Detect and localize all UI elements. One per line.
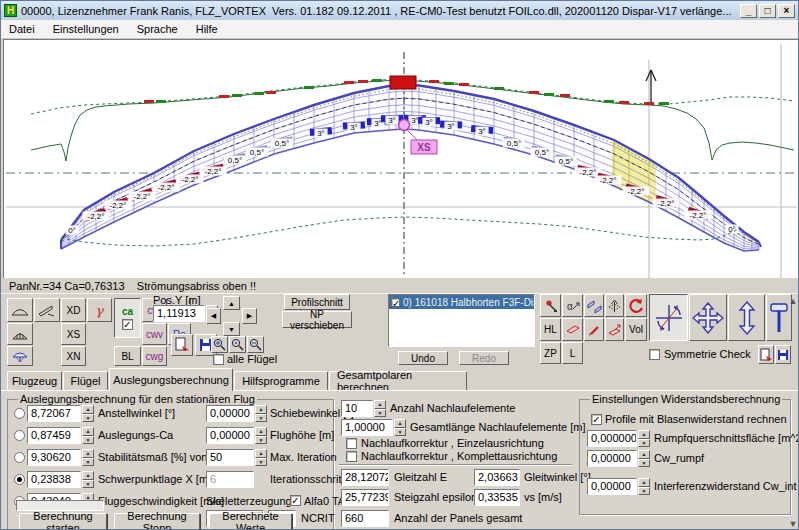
save-button-2[interactable] bbox=[775, 345, 791, 364]
menu-sprache[interactable]: Sprache bbox=[137, 23, 178, 35]
alle-fluegel-checkbox[interactable] bbox=[213, 354, 224, 365]
zoom-out-button[interactable] bbox=[247, 336, 264, 353]
auslegungs-ca-spinner[interactable]: ▲▼ bbox=[82, 427, 94, 444]
close-button[interactable]: × bbox=[778, 4, 795, 18]
model-list-item[interactable]: ✓ 0) 161018 Halbhorten F3F-Dispar 14-cA=… bbox=[389, 295, 534, 309]
tab-auslegungsberechnung[interactable]: Auslegungsberechnung bbox=[109, 368, 233, 391]
tab-fluegel[interactable]: Flügel bbox=[63, 371, 108, 390]
move-view-button[interactable] bbox=[689, 294, 727, 341]
symmetrie-check-checkbox[interactable] bbox=[649, 349, 660, 360]
svg-text:3°: 3° bbox=[447, 122, 455, 131]
xs-button[interactable]: XS bbox=[61, 323, 86, 345]
pan-up-button[interactable]: ▲ bbox=[223, 296, 240, 310]
gesamtlaenge-spinner[interactable]: ▲▼ bbox=[394, 419, 406, 436]
menu-datei[interactable]: Datei bbox=[9, 23, 35, 35]
stabilitaetsmass-input[interactable]: 9,30620 bbox=[27, 449, 81, 466]
blasenwiderstand-checkbox[interactable]: ✓ bbox=[591, 414, 602, 425]
nachlaufelemente-input[interactable]: 10 bbox=[341, 400, 373, 417]
undo-button[interactable]: Undo bbox=[398, 351, 448, 365]
anstellwinkel-spinner[interactable]: ▲▼ bbox=[82, 405, 94, 422]
rumpfquerschnitt-input[interactable]: 0,000000 bbox=[587, 430, 637, 447]
red-panel-button[interactable] bbox=[562, 318, 583, 341]
gesamtlaenge-input[interactable]: 1,00000 bbox=[341, 419, 393, 436]
maximize-button[interactable]: □ bbox=[759, 4, 776, 18]
export-image-button[interactable] bbox=[171, 334, 193, 356]
cw-int-spinner[interactable]: ▲▼ bbox=[638, 478, 650, 495]
tab-gesamtpolaren[interactable]: Gesamtpolaren berechnen bbox=[329, 371, 467, 390]
model-item-checkbox[interactable]: ✓ bbox=[391, 298, 400, 307]
bl-button[interactable]: BL bbox=[114, 346, 141, 366]
vertical-scale-button[interactable] bbox=[728, 294, 765, 341]
pin-button[interactable] bbox=[540, 294, 561, 317]
scroll-up-arrow[interactable]: ▲ bbox=[787, 296, 799, 306]
tab-hilfsprogramme[interactable]: Hilfsprogramme bbox=[234, 371, 328, 390]
red-arrow-button[interactable] bbox=[605, 318, 624, 341]
xn-button[interactable]: XN bbox=[61, 346, 86, 366]
vol-button[interactable]: Vol bbox=[625, 318, 647, 341]
parachute-view-button[interactable] bbox=[7, 346, 33, 366]
anstellwinkel-input[interactable]: 8,72067 bbox=[27, 405, 81, 422]
pan-right-button[interactable]: ▶ bbox=[242, 308, 257, 324]
schiebewinkel-input[interactable]: 0,00000 bbox=[206, 405, 254, 422]
alfa0-tat-checkbox[interactable]: ✓ bbox=[290, 495, 301, 506]
scroll-down-arrow[interactable]: ▼ bbox=[787, 519, 799, 529]
komplettausrichtung-checkbox[interactable] bbox=[346, 451, 357, 462]
menu-einstellungen[interactable]: Einstellungen bbox=[53, 23, 119, 35]
menu-hilfe[interactable]: Hilfe bbox=[196, 23, 218, 35]
cw-int-input[interactable]: 0,00000 bbox=[587, 478, 637, 495]
rumpfquerschnitt-spinner[interactable]: ▲▼ bbox=[638, 430, 650, 447]
radio-auslegungs-ca[interactable] bbox=[14, 430, 25, 441]
zoom-reset-button[interactable] bbox=[229, 336, 246, 353]
max-iteration-spinner[interactable]: ▲▼ bbox=[255, 449, 267, 466]
schwerpunktlage-spinner[interactable]: ▲▼ bbox=[82, 471, 94, 488]
wing-sideview-button[interactable] bbox=[34, 298, 60, 322]
flughoehe-spinner[interactable]: ▲▼ bbox=[255, 427, 267, 444]
radio-stabilitaetsmass[interactable] bbox=[14, 452, 25, 463]
cwv-button[interactable]: cwv bbox=[142, 323, 167, 345]
schwerpunktlage-input[interactable]: 0,23838 bbox=[27, 471, 81, 488]
zoom-in-button[interactable] bbox=[211, 336, 228, 353]
radio-schwerpunktlage[interactable] bbox=[14, 474, 25, 485]
max-iteration-input[interactable]: 50 bbox=[206, 449, 254, 466]
tab-flugzeug[interactable]: Flugzeug bbox=[7, 371, 62, 390]
rotate-view-button[interactable] bbox=[649, 294, 688, 341]
pos-y-input[interactable]: 1,11913 bbox=[153, 305, 205, 322]
ca-checkbox[interactable]: ✓ bbox=[122, 319, 133, 330]
alpha-button[interactable]: α bbox=[562, 294, 583, 317]
cw-rumpf-input[interactable]: 0,00000 bbox=[587, 450, 637, 467]
pan-down-button[interactable]: ▼ bbox=[223, 322, 240, 336]
cwg-button[interactable]: cwg bbox=[142, 346, 167, 366]
einzelausrichtung-checkbox[interactable] bbox=[346, 438, 357, 449]
cw-rumpf-spinner[interactable]: ▲▼ bbox=[638, 450, 650, 467]
hl-button[interactable]: HL bbox=[540, 318, 561, 341]
svg-text:0,5°: 0,5° bbox=[559, 157, 573, 166]
panels-button[interactable] bbox=[584, 294, 604, 317]
fuselage-view-button[interactable] bbox=[7, 323, 33, 345]
berechnung-starten-button[interactable]: Berechnung starten bbox=[19, 513, 107, 530]
radio-anstellwinkel[interactable] bbox=[14, 408, 25, 419]
gamma-button[interactable]: γ bbox=[87, 298, 112, 322]
lift-arrow-button[interactable] bbox=[605, 294, 624, 317]
zp-button[interactable]: ZP bbox=[540, 342, 561, 364]
schiebewinkel-spinner[interactable]: ▲▼ bbox=[255, 405, 267, 422]
np-verschieben-button[interactable]: NP verschieben bbox=[282, 311, 352, 328]
redo-button[interactable]: Redo bbox=[459, 351, 509, 365]
undo-arrow-button[interactable] bbox=[625, 294, 647, 317]
berechnung-stopp-button[interactable]: Berechnung Stopp bbox=[114, 513, 200, 530]
xd-button[interactable]: XD bbox=[61, 298, 86, 322]
auslegungs-ca-input[interactable]: 0,87459 bbox=[27, 427, 81, 444]
wing-visualization-canvas[interactable]: 0°-2,2°-2,2°-2,2°-2,2°-2,2°-2,2°0,5°0,5°… bbox=[3, 39, 798, 278]
model-listbox[interactable]: ✓ 0) 161018 Halbhorten F3F-Dispar 14-cA=… bbox=[388, 294, 535, 347]
pan-left-button[interactable]: ◀ bbox=[206, 308, 221, 324]
wing-frontview-button[interactable] bbox=[7, 298, 33, 322]
pen-button[interactable] bbox=[584, 318, 604, 341]
minimize-button[interactable]: _ bbox=[740, 4, 757, 18]
svg-text:-2,2°: -2,2° bbox=[182, 175, 199, 184]
stabilitaetsmass-spinner[interactable]: ▲▼ bbox=[82, 449, 94, 466]
flughoehe-input[interactable]: 0,00000 bbox=[206, 427, 254, 444]
export-image-button-2[interactable] bbox=[758, 345, 774, 364]
nachlaufelemente-spinner[interactable]: ▲▼ bbox=[374, 400, 386, 417]
ca-button[interactable]: ca ✓ bbox=[114, 298, 141, 338]
berechnete-werte-button[interactable]: Berechnete Werte bbox=[209, 513, 292, 530]
l-button[interactable]: L bbox=[562, 342, 583, 364]
